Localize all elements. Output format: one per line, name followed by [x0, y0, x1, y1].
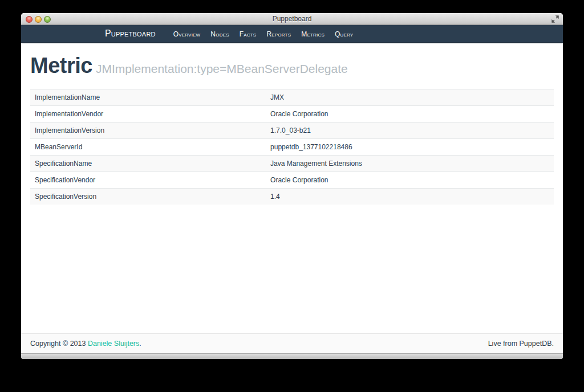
footer: Copyright © 2013 Daniele Sluijters. Live… — [21, 333, 563, 353]
fullscreen-icon[interactable] — [551, 15, 559, 23]
nav-item-query[interactable]: Query — [330, 30, 358, 38]
window-title: Puppetboard — [273, 15, 312, 23]
page-subtitle: JMImplementation:type=MBeanServerDelegat… — [96, 62, 348, 75]
main-content: MetricJMImplementation:type=MBeanServerD… — [21, 43, 563, 333]
puppetdb-status: Live from PuppetDB. — [488, 340, 554, 348]
nav-item-overview[interactable]: Overview — [168, 30, 206, 38]
nav-item-facts[interactable]: Facts — [234, 30, 262, 38]
table-row: SpecificationName Java Management Extens… — [30, 156, 554, 172]
minimize-button[interactable] — [35, 16, 42, 23]
traffic-lights — [26, 13, 51, 25]
nav-item-reports[interactable]: Reports — [261, 30, 296, 38]
copyright-text: Copyright © 2013 Daniele Sluijters. — [30, 340, 141, 348]
metric-value: JMX — [266, 89, 554, 106]
window-bottom-chrome — [21, 353, 563, 359]
zoom-button[interactable] — [44, 16, 51, 23]
author-link[interactable]: Daniele Sluijters — [88, 340, 139, 348]
table-row: ImplementationVendor Oracle Corporation — [30, 106, 554, 122]
close-button[interactable] — [26, 16, 33, 23]
copyright-prefix: Copyright © 2013 — [30, 340, 88, 348]
metric-key: ImplementationName — [30, 89, 266, 106]
metric-key: SpecificationVendor — [30, 172, 266, 189]
table-row: SpecificationVersion 1.4 — [30, 189, 554, 205]
nav-list: Overview Nodes Facts Reports Metrics Que… — [168, 28, 359, 39]
metric-key: MBeanServerId — [30, 139, 266, 156]
metric-value: Java Management Extensions — [266, 156, 554, 172]
metric-key: ImplementationVersion — [30, 122, 266, 139]
metric-value: Oracle Corporation — [266, 106, 554, 122]
table-row: MBeanServerId puppetdb_1377102218486 — [30, 139, 554, 156]
navbar-brand[interactable]: Puppetboard — [105, 28, 156, 39]
metric-value: puppetdb_1377102218486 — [266, 139, 554, 156]
copyright-suffix: . — [139, 340, 141, 348]
metric-key: ImplementationVendor — [30, 106, 266, 122]
window-titlebar[interactable]: Puppetboard — [21, 13, 563, 25]
table-row: ImplementationVersion 1.7.0_03-b21 — [30, 122, 554, 139]
table-row: ImplementationName JMX — [30, 89, 554, 106]
navbar: Puppetboard Overview Nodes Facts Reports… — [21, 25, 563, 43]
metric-table: ImplementationName JMX ImplementationVen… — [30, 89, 554, 205]
page-title: Metric — [30, 54, 92, 77]
metric-key: SpecificationVersion — [30, 189, 266, 205]
page-heading: MetricJMImplementation:type=MBeanServerD… — [30, 55, 554, 76]
metric-value: 1.4 — [266, 189, 554, 205]
table-row: SpecificationVendor Oracle Corporation — [30, 172, 554, 189]
metric-value: Oracle Corporation — [266, 172, 554, 189]
metric-value: 1.7.0_03-b21 — [266, 122, 554, 139]
nav-item-nodes[interactable]: Nodes — [205, 30, 234, 38]
app-window: Puppetboard Puppetboard Overview Nodes F… — [21, 13, 563, 359]
metric-key: SpecificationName — [30, 156, 266, 172]
nav-item-metrics[interactable]: Metrics — [296, 30, 330, 38]
